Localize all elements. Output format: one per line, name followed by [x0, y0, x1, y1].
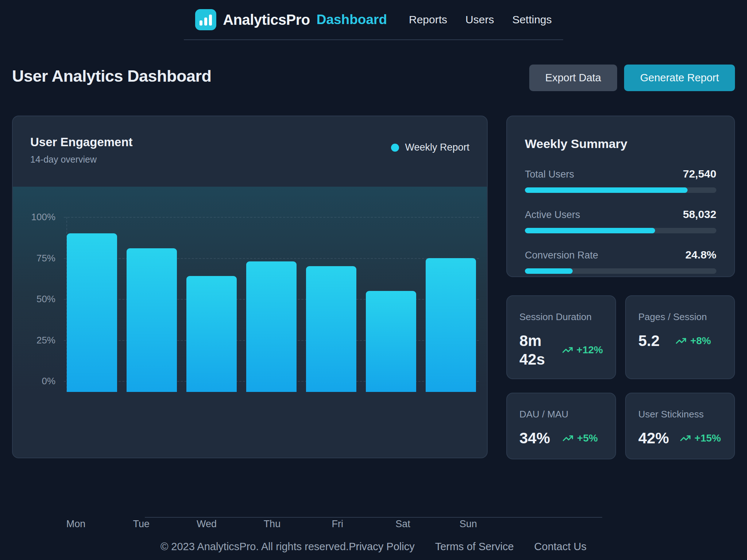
nav-links: Reports Users Settings: [409, 13, 552, 26]
metric-label: Total Users: [525, 169, 574, 180]
generate-report-button[interactable]: Generate Report: [624, 65, 735, 91]
x-axis-label: Thu: [264, 518, 281, 530]
stat-trend: +15%: [680, 432, 721, 444]
brand-name: AnalyticsPro: [223, 12, 310, 28]
chart-plot-area: 100%75%50%25%0%: [13, 187, 487, 392]
bar-tue[interactable]: [127, 248, 177, 392]
trending-up-icon: [562, 345, 573, 355]
progress-track: [525, 228, 716, 233]
stat-label: User Stickiness: [638, 409, 722, 420]
progress-fill: [525, 228, 655, 233]
x-axis-label: Tue: [133, 518, 150, 530]
stat-label: Pages / Session: [638, 311, 722, 323]
progress-fill: [525, 187, 688, 193]
metric-value: 24.8%: [685, 249, 716, 261]
stat-value: 34%: [519, 429, 550, 447]
nav-divider: [184, 39, 563, 40]
bar-thu[interactable]: [246, 261, 297, 392]
user-engagement-card: User Engagement 14-day overview Weekly R…: [12, 116, 488, 458]
stat-value: 8m 42s: [519, 331, 546, 369]
metric-value: 72,540: [683, 168, 716, 180]
x-axis-label: Mon: [66, 518, 86, 530]
stat-label: Session Duration: [519, 311, 603, 323]
footer-divider: [145, 517, 602, 518]
stat-label: DAU / MAU: [519, 409, 603, 420]
bar-fri[interactable]: [306, 266, 356, 392]
x-axis-label: Fri: [332, 518, 343, 530]
trend-value: +15%: [694, 432, 721, 444]
y-axis-tick: 75%: [22, 253, 55, 264]
stat-trend: +12%: [562, 344, 603, 356]
metric-value: 58,032: [683, 208, 716, 221]
footer-link-terms-of-service[interactable]: Terms of Service: [435, 541, 514, 553]
bar-mon[interactable]: [67, 233, 117, 392]
trend-value: +12%: [577, 344, 603, 356]
metric-total-users: Total Users 72,540: [525, 168, 716, 193]
nav-item-settings[interactable]: Settings: [512, 13, 551, 26]
x-axis-label: Wed: [197, 518, 217, 530]
bar-sat[interactable]: [366, 291, 416, 392]
bar-wed[interactable]: [186, 276, 237, 392]
metric-label: Active Users: [525, 209, 580, 221]
y-axis-tick: 100%: [22, 211, 55, 223]
chart-heading: User Engagement 14-day overview: [30, 135, 133, 165]
brand-section: Dashboard: [317, 12, 387, 27]
metric-active-users: Active Users 58,032: [525, 208, 716, 233]
footer: © 2023 AnalyticsPro. All rights reserved…: [0, 541, 747, 553]
metric-conversion-rate: Conversion Rate 24.8%: [525, 249, 716, 274]
top-nav: AnalyticsPro Dashboard Reports Users Set…: [0, 0, 747, 39]
bar-sun[interactable]: [426, 258, 476, 392]
gridline: [64, 258, 479, 259]
stat-trend: +8%: [676, 335, 711, 347]
page-title: User Analytics Dashboard: [12, 67, 212, 86]
nav-item-users[interactable]: Users: [465, 13, 494, 26]
y-axis-tick: 50%: [22, 293, 55, 305]
chart-legend: Weekly Report: [391, 142, 469, 153]
progress-fill: [525, 268, 573, 274]
copyright-text: © 2023 AnalyticsPro. All rights reserved…: [160, 541, 349, 553]
metric-label: Conversion Rate: [525, 250, 598, 261]
footer-link-contact-us[interactable]: Contact Us: [534, 541, 587, 553]
progress-track: [525, 187, 716, 193]
chart-title: User Engagement: [30, 135, 133, 149]
export-data-button[interactable]: Export Data: [529, 65, 617, 91]
y-axis-tick: 0%: [22, 376, 55, 387]
stat-trend: +5%: [562, 432, 598, 444]
brand[interactable]: AnalyticsPro Dashboard: [195, 9, 387, 30]
header-actions: Export Data Generate Report: [529, 65, 735, 91]
logo-bar-chart-icon: [195, 9, 216, 30]
gridline: [64, 217, 479, 218]
trend-value: +8%: [690, 335, 711, 347]
stat-value: 5.2: [638, 331, 659, 350]
stat-card-pages-per-session: Pages / Session 5.2 +8%: [625, 295, 735, 379]
weekly-summary-card: Weekly Summary Total Users 72,540 Active…: [506, 116, 735, 277]
legend-dot-icon: [391, 144, 399, 152]
trending-up-icon: [562, 433, 573, 444]
trending-up-icon: [680, 433, 691, 444]
summary-title: Weekly Summary: [525, 137, 716, 151]
nav-item-reports[interactable]: Reports: [409, 13, 447, 26]
legend-label: Weekly Report: [405, 142, 469, 153]
progress-track: [525, 268, 716, 274]
trend-value: +5%: [577, 432, 598, 444]
y-axis-tick: 25%: [22, 335, 55, 346]
stat-value: 42%: [638, 429, 669, 447]
footer-link-privacy-policy[interactable]: Privacy Policy: [349, 541, 415, 553]
stat-card-session-duration: Session Duration 8m 42s +12%: [506, 295, 616, 379]
stat-card-user-stickiness: User Stickiness 42% +15%: [625, 393, 735, 459]
stat-card-dau-mau: DAU / MAU 34% +5%: [506, 393, 616, 459]
chart-subtitle: 14-day overview: [30, 154, 133, 165]
x-axis-label: Sat: [395, 518, 410, 530]
trending-up-icon: [676, 335, 686, 346]
x-axis-label: Sun: [460, 518, 477, 530]
